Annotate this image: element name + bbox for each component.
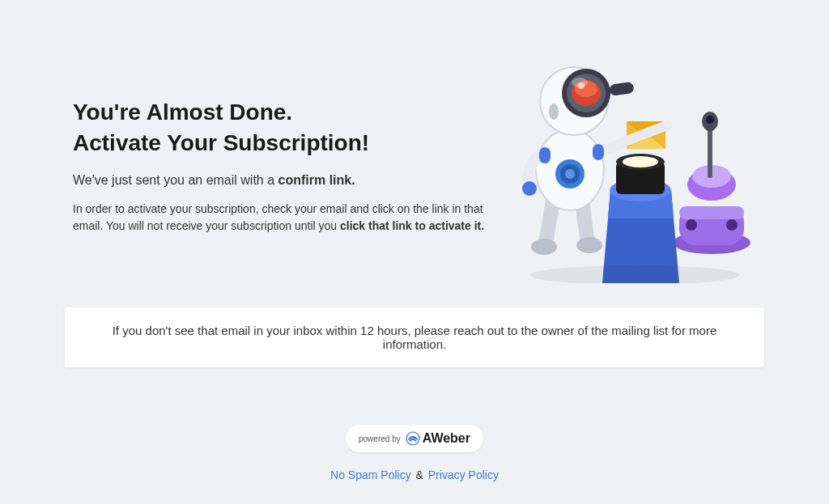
robot-illustration [505,24,764,283]
notice-box: If you don't see that email in your inbo… [65,307,764,367]
aweber-logo: AWeber [406,431,470,446]
svg-rect-7 [708,125,712,178]
badge-prefix: powered by [359,434,401,443]
privacy-policy-link[interactable]: Privacy Policy [428,468,499,481]
footer: powered by AWeber No Spam Policy & Priva… [0,425,829,481]
heading-line-2: Activate Your Subscription! [73,130,369,155]
content-area: You're Almost Done. Activate Your Subscr… [0,0,829,283]
subheading-prefix: We've just sent you an email with a [73,173,278,187]
subheading-bold: confirm link. [278,173,355,187]
svg-rect-24 [593,144,604,160]
svg-point-35 [529,265,740,283]
pedestal-icon [602,154,679,283]
svg-rect-23 [539,147,551,163]
svg-point-21 [565,169,575,179]
svg-point-27 [549,104,559,120]
footer-links: No Spam Policy & Privacy Policy [0,468,829,481]
svg-point-13 [623,156,658,167]
badge-brand-text: AWeber [423,431,470,446]
svg-point-22 [522,181,537,196]
no-spam-policy-link[interactable]: No Spam Policy [330,468,411,481]
svg-point-16 [576,237,602,253]
notice-text: If you don't see that email in your inbo… [113,324,717,351]
page-container: You're Almost Done. Activate Your Subscr… [0,0,829,504]
page-title: You're Almost Done. Activate Your Subscr… [73,97,489,159]
body-bold: click that link to activate it. [340,219,484,232]
svg-point-3 [686,219,697,231]
powered-by-badge[interactable]: powered by AWeber [346,425,483,452]
subheading: We've just sent you an email with a conf… [73,173,489,188]
svg-rect-2 [679,206,744,219]
aweber-logo-icon [406,431,420,446]
heading-line-1: You're Almost Done. [73,100,292,125]
svg-point-4 [726,219,738,231]
ampersand: & [416,468,423,481]
purple-robot-icon [673,112,750,254]
svg-point-15 [531,239,557,255]
svg-rect-33 [609,82,635,96]
svg-point-9 [706,116,714,124]
text-column: You're Almost Done. Activate Your Subscr… [73,24,489,283]
svg-point-34 [572,78,588,87]
body-text: In order to activate your subscription, … [73,201,489,235]
